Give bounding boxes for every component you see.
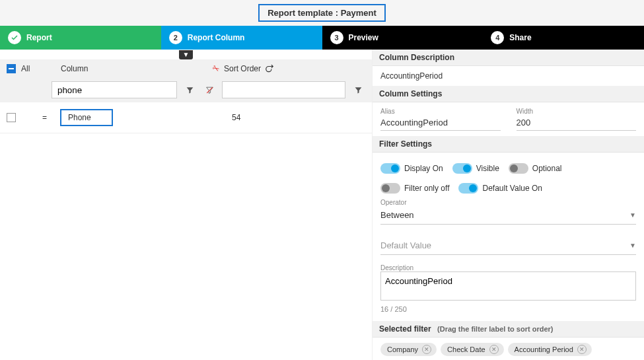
filter-chip[interactable]: Company✕ <box>380 343 437 356</box>
filter-clear-icon[interactable] <box>202 81 217 98</box>
close-icon[interactable]: ✕ <box>577 345 587 354</box>
step-number-3: 3 <box>330 31 343 44</box>
template-title: Report template : Payment <box>0 0 644 26</box>
toggle-default-value[interactable] <box>458 183 478 194</box>
step-label: Report <box>26 33 52 42</box>
close-icon[interactable]: ✕ <box>422 345 431 354</box>
filter-chips: Company✕ Check Date✕ Accounting Period✕ … <box>373 338 644 360</box>
toggle-visible-label: Visible <box>476 164 499 173</box>
operator-label: Operator <box>380 199 636 206</box>
column-description-header: Column Description <box>373 50 644 66</box>
sort-label: Sort Order <box>224 64 261 73</box>
step-label: Share <box>509 33 531 42</box>
toggle-filter-only[interactable] <box>380 183 400 194</box>
chevron-down-icon: ▼ <box>629 211 636 219</box>
column-description-value: AccountingPeriod <box>373 66 644 86</box>
toggle-optional-label: Optional <box>532 164 562 173</box>
svg-line-0 <box>207 87 213 93</box>
pin-icon[interactable]: ✂ <box>211 62 222 74</box>
table-row[interactable]: = Phone 54 <box>0 102 372 133</box>
step-label: Report Column <box>188 33 245 42</box>
column-settings-header: Column Settings <box>373 86 644 102</box>
row-operator: = <box>42 113 47 122</box>
step-share[interactable]: 4 Share <box>483 26 644 50</box>
sort-filter-icon[interactable] <box>351 81 365 98</box>
toggle-visible[interactable] <box>452 163 472 174</box>
template-title-text: Report template : Payment <box>258 4 386 22</box>
char-count: 16 / 250 <box>380 303 636 316</box>
operator-select[interactable]: Between▼ <box>380 206 636 225</box>
step-report-column[interactable]: 2 Report Column <box>161 26 322 50</box>
step-number-4: 4 <box>491 31 504 44</box>
width-label: Width <box>517 108 637 115</box>
filter-chip[interactable]: Accounting Period✕ <box>508 343 592 356</box>
check-icon <box>8 31 21 44</box>
sort-filter-input[interactable] <box>222 81 345 98</box>
toggle-default-value-label: Default Value On <box>482 184 542 193</box>
row-order: 54 <box>232 113 240 122</box>
refresh-icon[interactable] <box>265 64 274 73</box>
toggle-display-label: Display On <box>404 164 443 173</box>
selected-filter-header: Selected filter (Drag the filter label t… <box>373 321 644 338</box>
step-report[interactable]: Report <box>0 26 161 50</box>
description-textarea[interactable] <box>380 271 636 301</box>
toggle-optional[interactable] <box>509 163 528 174</box>
column-filter-row <box>0 77 372 102</box>
filter-chip[interactable]: Check Date✕ <box>441 343 503 356</box>
alias-input[interactable]: AccountingPeriod <box>380 115 501 131</box>
chevron-down-icon[interactable]: ▼ <box>179 50 194 59</box>
description-label: Description <box>380 264 636 271</box>
row-column-name[interactable]: Phone <box>60 109 113 126</box>
step-number-2: 2 <box>169 31 182 44</box>
toggle-filter-only-label: Filter only off <box>404 184 449 193</box>
column-grid-header: All Column ✂ Sort Order <box>0 59 372 77</box>
step-preview[interactable]: 3 Preview <box>322 26 483 50</box>
column-list-panel: ▼ All Column ✂ Sort Order = Phone 54 <box>0 50 372 360</box>
filter-settings-header: Filter Settings <box>373 136 644 153</box>
header-column[interactable]: Column <box>61 64 213 73</box>
width-input[interactable]: 200 <box>517 115 637 131</box>
row-checkbox[interactable] <box>7 113 16 122</box>
collapse-all-icon[interactable] <box>7 64 16 73</box>
header-all: All <box>21 64 61 73</box>
chevron-down-icon: ▼ <box>629 242 636 249</box>
wizard-steps: Report 2 Report Column 3 Preview 4 Share <box>0 26 644 50</box>
default-value-select[interactable]: Default Value▼ <box>380 236 636 255</box>
column-filter-input[interactable] <box>52 81 177 98</box>
alias-label: Alias <box>380 108 501 115</box>
filter-icon[interactable] <box>182 81 197 98</box>
selected-filter-hint: (Drag the filter label to sort order) <box>437 325 553 333</box>
step-label: Preview <box>349 33 378 42</box>
column-settings-panel: Column Description AccountingPeriod Colu… <box>372 50 644 360</box>
close-icon[interactable]: ✕ <box>489 345 499 354</box>
toggle-display[interactable] <box>380 163 400 174</box>
header-sort[interactable]: ✂ Sort Order <box>213 63 365 73</box>
